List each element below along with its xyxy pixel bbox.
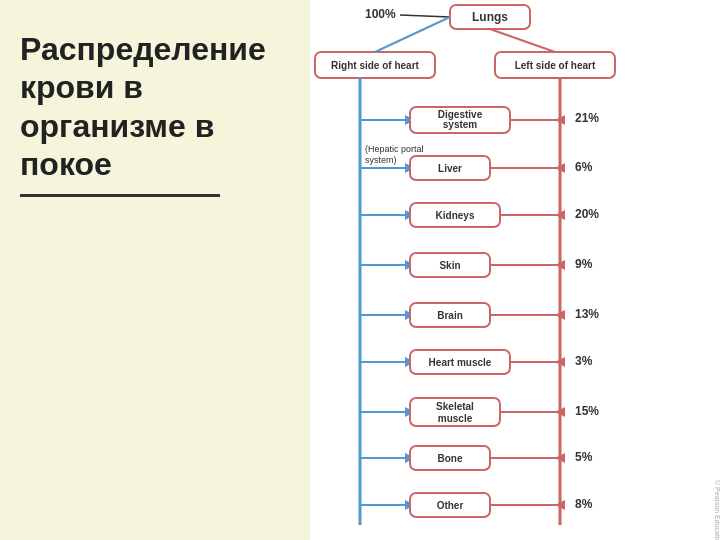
svg-text:Skin: Skin xyxy=(439,260,460,271)
svg-text:3%: 3% xyxy=(575,354,593,368)
main-title: Распределение крови в организме в покое xyxy=(20,30,290,184)
svg-text:muscle: muscle xyxy=(438,413,473,424)
svg-text:9%: 9% xyxy=(575,257,593,271)
left-panel: Распределение крови в организме в покое xyxy=(0,0,310,540)
svg-text:13%: 13% xyxy=(575,307,599,321)
svg-text:system: system xyxy=(443,119,478,130)
svg-text:15%: 15% xyxy=(575,404,599,418)
svg-text:Heart muscle: Heart muscle xyxy=(429,357,492,368)
svg-text:Kidneys: Kidneys xyxy=(436,210,475,221)
title-underline xyxy=(20,194,220,197)
svg-text:(Hepatic portal: (Hepatic portal xyxy=(365,144,424,154)
svg-line-9 xyxy=(375,17,450,52)
diagram-svg: 100% Lungs Right side of heart Left side… xyxy=(310,0,720,540)
svg-text:21%: 21% xyxy=(575,111,599,125)
lungs-label: Lungs xyxy=(472,10,508,24)
svg-text:© Pearson Education, Inc.: © Pearson Education, Inc. xyxy=(714,480,720,540)
svg-line-8 xyxy=(490,29,555,52)
blood-distribution-diagram: 100% Lungs Right side of heart Left side… xyxy=(310,0,720,540)
svg-text:5%: 5% xyxy=(575,450,593,464)
svg-text:Skeletal: Skeletal xyxy=(436,401,474,412)
svg-text:6%: 6% xyxy=(575,160,593,174)
svg-text:Left side of heart: Left side of heart xyxy=(515,60,596,71)
svg-text:Bone: Bone xyxy=(438,453,463,464)
svg-text:Liver: Liver xyxy=(438,163,462,174)
percent-100-label: 100% xyxy=(365,7,396,21)
svg-text:20%: 20% xyxy=(575,207,599,221)
svg-text:Right side of heart: Right side of heart xyxy=(331,60,419,71)
svg-text:Other: Other xyxy=(437,500,464,511)
svg-line-1 xyxy=(400,15,450,17)
svg-text:8%: 8% xyxy=(575,497,593,511)
svg-text:system): system) xyxy=(365,155,397,165)
diagram-panel: 100% Lungs Right side of heart Left side… xyxy=(310,0,720,540)
svg-text:Brain: Brain xyxy=(437,310,463,321)
